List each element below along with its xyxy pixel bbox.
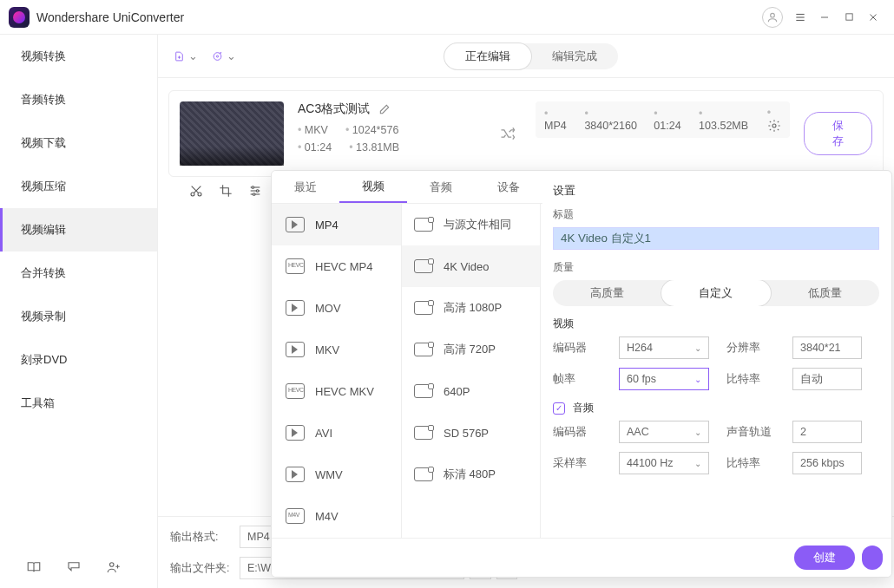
sidebar-item-burn-dvd[interactable]: 刻录DVD bbox=[0, 338, 157, 382]
format-mov[interactable]: MOV bbox=[272, 287, 401, 329]
svg-point-19 bbox=[253, 193, 255, 196]
video-encoder-select[interactable]: H264⌄ bbox=[619, 336, 709, 359]
audio-channel-label: 声音轨道 bbox=[726, 425, 775, 440]
audio-bitrate-label: 比特率 bbox=[726, 456, 775, 471]
svg-point-8 bbox=[110, 563, 115, 567]
adjust-icon[interactable] bbox=[248, 184, 262, 198]
settings-title: 设置 bbox=[553, 183, 879, 199]
samplerate-label: 采样率 bbox=[553, 456, 601, 471]
fps-label: 帧率 bbox=[553, 372, 601, 387]
audio-encoder-select[interactable]: AAC⌄ bbox=[619, 421, 709, 443]
video-thumbnail[interactable] bbox=[180, 101, 284, 166]
svg-point-11 bbox=[772, 124, 776, 127]
add-disc-button[interactable]: ⌄ bbox=[212, 44, 236, 69]
format-hevc-mp4[interactable]: HEVC MP4 bbox=[272, 245, 401, 287]
audio-section-label: 音频 bbox=[573, 402, 594, 414]
tab-video[interactable]: 视频 bbox=[339, 171, 407, 203]
user-icon[interactable] bbox=[762, 7, 783, 28]
shuffle-icon[interactable] bbox=[499, 125, 516, 142]
fps-select[interactable]: 60 fps⌄ bbox=[619, 368, 709, 390]
format-mp4[interactable]: MP4 bbox=[272, 204, 401, 245]
output-format-label: 输出格式: bbox=[170, 530, 240, 545]
preset-same-as-source[interactable]: 与源文件相同 bbox=[402, 204, 540, 245]
audio-bitrate-select[interactable]: 256 kbps bbox=[792, 452, 862, 474]
tab-editing[interactable]: 正在编辑 bbox=[444, 43, 531, 69]
cut-icon[interactable] bbox=[189, 184, 203, 198]
tab-device[interactable]: 设备 bbox=[475, 171, 542, 203]
maximize-button[interactable] bbox=[837, 5, 861, 29]
menu-icon[interactable] bbox=[788, 5, 812, 29]
svg-point-18 bbox=[256, 190, 259, 193]
format-m4v[interactable]: M4V bbox=[272, 495, 401, 537]
quality-high[interactable]: 高质量 bbox=[553, 280, 661, 306]
add-file-button[interactable]: ⌄ bbox=[174, 44, 198, 69]
file-card: AC3格式测试 MKV1024*576 01:2413.81MB MP4 384… bbox=[168, 90, 884, 177]
encoder-label: 编码器 bbox=[553, 341, 601, 356]
audio-channel-select[interactable]: 2 bbox=[792, 421, 862, 443]
sidebar-item-video-record[interactable]: 视频录制 bbox=[0, 295, 157, 338]
quality-label: 质量 bbox=[553, 260, 879, 275]
file-name: AC3格式测试 bbox=[298, 101, 370, 117]
svg-point-17 bbox=[252, 186, 254, 189]
tab-audio[interactable]: 音频 bbox=[407, 171, 475, 203]
app-logo bbox=[9, 7, 30, 28]
close-button[interactable] bbox=[861, 5, 885, 29]
gear-icon[interactable] bbox=[767, 107, 781, 133]
sidebar: 视频转换 音频转换 视频下载 视频压缩 视频编辑 合并转换 视频录制 刻录DVD… bbox=[0, 35, 158, 588]
preset-640p[interactable]: 640P bbox=[402, 370, 540, 412]
format-wmv[interactable]: WMV bbox=[272, 454, 401, 495]
svg-point-9 bbox=[214, 52, 221, 60]
preset-720p[interactable]: 高清 720P bbox=[402, 329, 540, 370]
sidebar-item-merge-convert[interactable]: 合并转换 bbox=[0, 252, 157, 295]
tab-done[interactable]: 编辑完成 bbox=[531, 43, 618, 69]
resolution-label: 分辨率 bbox=[726, 341, 775, 356]
output-meta: MP4 3840*2160 01:24 103.52MB bbox=[536, 101, 790, 138]
samplerate-select[interactable]: 44100 Hz⌄ bbox=[619, 452, 709, 474]
preset-title-input[interactable] bbox=[553, 227, 879, 250]
feedback-icon[interactable] bbox=[66, 559, 82, 575]
preset-576p[interactable]: SD 576P bbox=[402, 412, 540, 454]
minimize-button[interactable] bbox=[812, 5, 837, 29]
rename-icon[interactable] bbox=[378, 103, 391, 115]
svg-rect-5 bbox=[845, 14, 851, 20]
svg-point-0 bbox=[771, 13, 775, 17]
sidebar-item-video-convert[interactable]: 视频转换 bbox=[0, 35, 157, 78]
quality-custom[interactable]: 自定义 bbox=[661, 280, 770, 306]
title-label: 标题 bbox=[553, 207, 879, 222]
app-title: Wondershare UniConverter bbox=[36, 10, 184, 24]
create-alt-button[interactable] bbox=[862, 546, 883, 570]
svg-point-10 bbox=[216, 55, 218, 56]
sidebar-item-video-download[interactable]: 视频下载 bbox=[0, 121, 157, 165]
format-hevc-mkv[interactable]: HEVC MKV bbox=[272, 370, 401, 412]
video-section-label: 视频 bbox=[553, 317, 879, 331]
preset-480p[interactable]: 标清 480P bbox=[402, 454, 540, 495]
audio-enable-checkbox[interactable]: ✓ bbox=[553, 402, 565, 415]
format-settings-popover: 最近 视频 音频 设备 MP4 HEVC MP4 MOV MKV HEVC MK… bbox=[271, 170, 892, 578]
audio-encoder-label: 编码器 bbox=[553, 425, 601, 440]
resolution-select[interactable]: 3840*21 bbox=[792, 336, 862, 359]
sidebar-item-video-edit[interactable]: 视频编辑 bbox=[0, 208, 157, 252]
crop-icon[interactable] bbox=[219, 184, 233, 198]
video-bitrate-select[interactable]: 自动 bbox=[792, 368, 862, 390]
output-folder-label: 输出文件夹: bbox=[170, 561, 240, 576]
book-icon[interactable] bbox=[26, 559, 42, 575]
person-add-icon[interactable] bbox=[106, 559, 122, 575]
preset-1080p[interactable]: 高清 1080P bbox=[402, 287, 540, 329]
format-avi[interactable]: AVI bbox=[272, 412, 401, 454]
create-button[interactable]: 创建 bbox=[794, 546, 855, 570]
sidebar-item-audio-convert[interactable]: 音频转换 bbox=[0, 78, 157, 121]
quality-low[interactable]: 低质量 bbox=[771, 280, 879, 306]
bitrate-label: 比特率 bbox=[726, 372, 775, 387]
format-mkv[interactable]: MKV bbox=[272, 329, 401, 370]
preset-4k[interactable]: 4K Video bbox=[402, 245, 540, 287]
sidebar-item-video-compress[interactable]: 视频压缩 bbox=[0, 165, 157, 208]
save-button[interactable]: 保存 bbox=[804, 112, 872, 155]
tab-recent[interactable]: 最近 bbox=[272, 171, 339, 203]
sidebar-item-toolbox[interactable]: 工具箱 bbox=[0, 382, 157, 425]
